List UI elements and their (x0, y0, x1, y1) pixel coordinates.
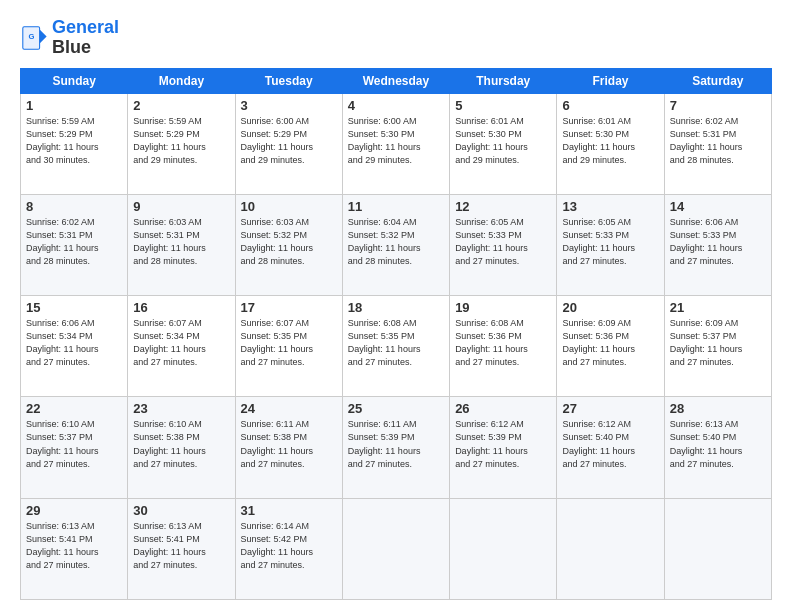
day-info: Sunrise: 6:02 AMSunset: 5:31 PMDaylight:… (26, 216, 122, 268)
day-number: 30 (133, 503, 229, 518)
page: G General Blue SundayMondayTuesdayWednes… (0, 0, 792, 612)
calendar-cell: 19Sunrise: 6:08 AMSunset: 5:36 PMDayligh… (450, 296, 557, 397)
day-info: Sunrise: 6:13 AMSunset: 5:41 PMDaylight:… (133, 520, 229, 572)
calendar-cell: 29Sunrise: 6:13 AMSunset: 5:41 PMDayligh… (21, 498, 128, 599)
day-info: Sunrise: 6:04 AMSunset: 5:32 PMDaylight:… (348, 216, 444, 268)
calendar-cell: 16Sunrise: 6:07 AMSunset: 5:34 PMDayligh… (128, 296, 235, 397)
day-info: Sunrise: 6:01 AMSunset: 5:30 PMDaylight:… (455, 115, 551, 167)
day-info: Sunrise: 6:06 AMSunset: 5:33 PMDaylight:… (670, 216, 766, 268)
day-info: Sunrise: 6:13 AMSunset: 5:40 PMDaylight:… (670, 418, 766, 470)
calendar-cell (450, 498, 557, 599)
day-number: 12 (455, 199, 551, 214)
day-number: 11 (348, 199, 444, 214)
day-number: 13 (562, 199, 658, 214)
day-number: 28 (670, 401, 766, 416)
day-info: Sunrise: 6:00 AMSunset: 5:29 PMDaylight:… (241, 115, 337, 167)
day-info: Sunrise: 6:11 AMSunset: 5:39 PMDaylight:… (348, 418, 444, 470)
calendar-table: SundayMondayTuesdayWednesdayThursdayFrid… (20, 68, 772, 600)
calendar-cell: 12Sunrise: 6:05 AMSunset: 5:33 PMDayligh… (450, 194, 557, 295)
day-info: Sunrise: 5:59 AMSunset: 5:29 PMDaylight:… (133, 115, 229, 167)
calendar-cell: 22Sunrise: 6:10 AMSunset: 5:37 PMDayligh… (21, 397, 128, 498)
calendar-cell: 25Sunrise: 6:11 AMSunset: 5:39 PMDayligh… (342, 397, 449, 498)
day-number: 14 (670, 199, 766, 214)
calendar-week-row: 1Sunrise: 5:59 AMSunset: 5:29 PMDaylight… (21, 93, 772, 194)
calendar-cell: 31Sunrise: 6:14 AMSunset: 5:42 PMDayligh… (235, 498, 342, 599)
day-number: 26 (455, 401, 551, 416)
day-info: Sunrise: 6:06 AMSunset: 5:34 PMDaylight:… (26, 317, 122, 369)
calendar-cell: 20Sunrise: 6:09 AMSunset: 5:36 PMDayligh… (557, 296, 664, 397)
calendar-day-header: Thursday (450, 68, 557, 93)
calendar-cell: 17Sunrise: 6:07 AMSunset: 5:35 PMDayligh… (235, 296, 342, 397)
calendar-cell: 9Sunrise: 6:03 AMSunset: 5:31 PMDaylight… (128, 194, 235, 295)
logo-text: General Blue (52, 18, 119, 58)
day-number: 16 (133, 300, 229, 315)
day-info: Sunrise: 6:03 AMSunset: 5:32 PMDaylight:… (241, 216, 337, 268)
calendar-cell: 23Sunrise: 6:10 AMSunset: 5:38 PMDayligh… (128, 397, 235, 498)
day-number: 6 (562, 98, 658, 113)
calendar-header-row: SundayMondayTuesdayWednesdayThursdayFrid… (21, 68, 772, 93)
day-info: Sunrise: 6:10 AMSunset: 5:37 PMDaylight:… (26, 418, 122, 470)
day-number: 21 (670, 300, 766, 315)
day-info: Sunrise: 6:07 AMSunset: 5:34 PMDaylight:… (133, 317, 229, 369)
calendar-week-row: 22Sunrise: 6:10 AMSunset: 5:37 PMDayligh… (21, 397, 772, 498)
calendar-cell: 24Sunrise: 6:11 AMSunset: 5:38 PMDayligh… (235, 397, 342, 498)
calendar-cell: 8Sunrise: 6:02 AMSunset: 5:31 PMDaylight… (21, 194, 128, 295)
calendar-week-row: 8Sunrise: 6:02 AMSunset: 5:31 PMDaylight… (21, 194, 772, 295)
calendar-cell: 26Sunrise: 6:12 AMSunset: 5:39 PMDayligh… (450, 397, 557, 498)
day-number: 18 (348, 300, 444, 315)
calendar-cell: 11Sunrise: 6:04 AMSunset: 5:32 PMDayligh… (342, 194, 449, 295)
day-info: Sunrise: 6:10 AMSunset: 5:38 PMDaylight:… (133, 418, 229, 470)
calendar-day-header: Friday (557, 68, 664, 93)
day-info: Sunrise: 6:09 AMSunset: 5:37 PMDaylight:… (670, 317, 766, 369)
day-info: Sunrise: 6:05 AMSunset: 5:33 PMDaylight:… (562, 216, 658, 268)
day-info: Sunrise: 5:59 AMSunset: 5:29 PMDaylight:… (26, 115, 122, 167)
day-number: 19 (455, 300, 551, 315)
calendar-cell: 21Sunrise: 6:09 AMSunset: 5:37 PMDayligh… (664, 296, 771, 397)
header: G General Blue (20, 18, 772, 58)
calendar-cell (557, 498, 664, 599)
day-number: 9 (133, 199, 229, 214)
svg-text:G: G (28, 32, 34, 41)
calendar-cell: 10Sunrise: 6:03 AMSunset: 5:32 PMDayligh… (235, 194, 342, 295)
calendar-cell: 1Sunrise: 5:59 AMSunset: 5:29 PMDaylight… (21, 93, 128, 194)
calendar-week-row: 15Sunrise: 6:06 AMSunset: 5:34 PMDayligh… (21, 296, 772, 397)
calendar-body: 1Sunrise: 5:59 AMSunset: 5:29 PMDaylight… (21, 93, 772, 599)
calendar-cell: 13Sunrise: 6:05 AMSunset: 5:33 PMDayligh… (557, 194, 664, 295)
day-number: 31 (241, 503, 337, 518)
day-number: 7 (670, 98, 766, 113)
calendar-cell (342, 498, 449, 599)
day-number: 5 (455, 98, 551, 113)
day-info: Sunrise: 6:07 AMSunset: 5:35 PMDaylight:… (241, 317, 337, 369)
day-number: 10 (241, 199, 337, 214)
logo: G General Blue (20, 18, 119, 58)
day-info: Sunrise: 6:03 AMSunset: 5:31 PMDaylight:… (133, 216, 229, 268)
day-info: Sunrise: 6:08 AMSunset: 5:36 PMDaylight:… (455, 317, 551, 369)
day-number: 17 (241, 300, 337, 315)
logo-icon: G (20, 24, 48, 52)
calendar-day-header: Wednesday (342, 68, 449, 93)
day-number: 29 (26, 503, 122, 518)
day-info: Sunrise: 6:12 AMSunset: 5:39 PMDaylight:… (455, 418, 551, 470)
day-number: 4 (348, 98, 444, 113)
calendar-cell: 27Sunrise: 6:12 AMSunset: 5:40 PMDayligh… (557, 397, 664, 498)
day-number: 22 (26, 401, 122, 416)
day-number: 2 (133, 98, 229, 113)
day-info: Sunrise: 6:00 AMSunset: 5:30 PMDaylight:… (348, 115, 444, 167)
day-number: 8 (26, 199, 122, 214)
calendar-day-header: Tuesday (235, 68, 342, 93)
calendar-cell: 3Sunrise: 6:00 AMSunset: 5:29 PMDaylight… (235, 93, 342, 194)
day-number: 3 (241, 98, 337, 113)
calendar-day-header: Monday (128, 68, 235, 93)
calendar-cell: 15Sunrise: 6:06 AMSunset: 5:34 PMDayligh… (21, 296, 128, 397)
calendar-cell: 28Sunrise: 6:13 AMSunset: 5:40 PMDayligh… (664, 397, 771, 498)
calendar-cell: 7Sunrise: 6:02 AMSunset: 5:31 PMDaylight… (664, 93, 771, 194)
day-info: Sunrise: 6:08 AMSunset: 5:35 PMDaylight:… (348, 317, 444, 369)
day-info: Sunrise: 6:14 AMSunset: 5:42 PMDaylight:… (241, 520, 337, 572)
calendar-cell: 30Sunrise: 6:13 AMSunset: 5:41 PMDayligh… (128, 498, 235, 599)
calendar-day-header: Sunday (21, 68, 128, 93)
calendar-cell: 2Sunrise: 5:59 AMSunset: 5:29 PMDaylight… (128, 93, 235, 194)
day-number: 27 (562, 401, 658, 416)
calendar-cell: 14Sunrise: 6:06 AMSunset: 5:33 PMDayligh… (664, 194, 771, 295)
day-number: 15 (26, 300, 122, 315)
day-number: 24 (241, 401, 337, 416)
